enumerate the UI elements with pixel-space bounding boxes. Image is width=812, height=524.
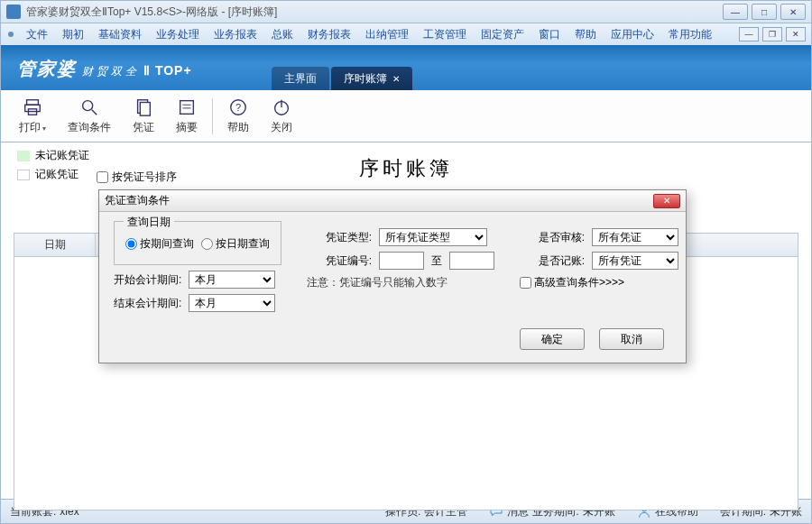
date-fieldset: 查询日期 按期间查询 按日期查询 — [114, 221, 281, 265]
app-icon — [6, 5, 21, 19]
lbl-audit: 是否审核: — [520, 230, 585, 245]
minimize-button[interactable]: — — [723, 4, 748, 20]
titlebar: 管家婆财贸双全ⅡTop+ V15.8<S>-网络版 - [序时账簿] — □ ✕ — [0, 0, 812, 23]
menu-bizreport[interactable]: 业务报表 — [207, 25, 264, 44]
cancel-button[interactable]: 取消 — [599, 328, 664, 350]
menu-common[interactable]: 常用功能 — [661, 25, 719, 44]
tab-ledger[interactable]: 序时账簿✕ — [331, 67, 412, 90]
voucher-no-to[interactable] — [449, 252, 494, 270]
sort-option: 按凭证号排序 — [97, 170, 177, 185]
lbl-posted: 是否记账: — [520, 253, 585, 269]
search-icon — [79, 97, 99, 117]
maximize-button[interactable]: □ — [752, 4, 777, 20]
mdi-close[interactable]: ✕ — [786, 27, 806, 41]
mdi-controls: — ❐ ✕ — [739, 27, 806, 41]
advanced-checkbox[interactable]: 高级查询条件>>>> — [520, 275, 624, 290]
menu-grip-icon — [8, 32, 14, 37]
voucher-no-from[interactable] — [379, 252, 424, 270]
tab-close-icon[interactable]: ✕ — [392, 74, 400, 84]
legend-unposted: 未记账凭证 — [35, 148, 89, 163]
end-period-select[interactable]: 本月 — [189, 294, 275, 312]
dialog-title: 凭证查询条件 — [105, 193, 170, 208]
radio-date[interactable]: 按日期查询 — [201, 236, 270, 252]
summary-button[interactable]: 摘要 — [165, 94, 208, 139]
document-icon — [134, 97, 153, 117]
menu-assets[interactable]: 固定资产 — [474, 25, 531, 44]
power-icon — [272, 97, 291, 117]
col-date[interactable]: 日期 — [14, 234, 96, 256]
document-tabs: 主界面 序时账簿✕ — [272, 67, 414, 90]
posted-select[interactable]: 所有凭证 — [592, 252, 678, 270]
dialog-close-button[interactable]: ✕ — [653, 194, 680, 208]
menu-finreport[interactable]: 财务报表 — [300, 25, 358, 44]
svg-rect-7 — [180, 100, 194, 114]
print-button[interactable]: 打印▾ — [8, 94, 57, 139]
menu-appcenter[interactable]: 应用中心 — [604, 25, 661, 44]
menu-payroll[interactable]: 工资管理 — [416, 25, 474, 44]
brand-bar: 管家婆财贸双全Ⅱ TOP+ 主界面 序时账簿✕ — [0, 45, 812, 90]
lbl-no: 凭证编号: — [307, 253, 372, 269]
toolbar-separator — [212, 98, 213, 134]
svg-rect-1 — [25, 105, 41, 111]
window-title: 管家婆财贸双全ⅡTop+ V15.8<S>-网络版 - [序时账簿] — [26, 5, 719, 20]
svg-text:?: ? — [235, 101, 241, 112]
voucher-type-select[interactable]: 所有凭证类型 — [379, 228, 487, 246]
menubar: 文件 期初 基础资料 业务处理 业务报表 总账 财务报表 出纳管理 工资管理 固… — [0, 23, 812, 45]
help-icon: ? — [228, 97, 248, 117]
voucher-button[interactable]: 凭证 — [122, 94, 165, 139]
menu-cash[interactable]: 出纳管理 — [358, 25, 416, 44]
brand-logo: 管家婆财贸双全Ⅱ TOP+ — [17, 57, 192, 81]
menu-help[interactable]: 帮助 — [567, 25, 604, 44]
legend-posted: 记账凭证 — [35, 167, 78, 182]
tab-main[interactable]: 主界面 — [272, 67, 329, 90]
menu-file[interactable]: 文件 — [19, 25, 55, 44]
svg-rect-0 — [27, 99, 39, 105]
lbl-type: 凭证类型: — [307, 230, 372, 245]
lbl-start: 开始会计期间: — [114, 272, 181, 288]
note-text: 注意：凭证编号只能输入数字 — [307, 275, 448, 290]
menu-window[interactable]: 窗口 — [531, 25, 567, 44]
radio-period[interactable]: 按期间查询 — [125, 236, 194, 252]
help-button[interactable]: ? 帮助 — [217, 94, 260, 139]
lbl-end: 结束会计期间: — [114, 296, 181, 311]
menu-master[interactable]: 基础资料 — [91, 25, 149, 44]
date-legend: 查询日期 — [124, 215, 174, 230]
query-button[interactable]: 查询条件 — [57, 94, 122, 139]
content-area: 未记账凭证 记账凭证 按凭证号排序 序时账簿 日期 凭证查询条件 ✕ 查询日期 … — [0, 142, 812, 499]
close-doc-button[interactable]: 关闭 — [260, 94, 303, 139]
query-dialog: 凭证查询条件 ✕ 查询日期 按期间查询 按日期查询 开始会计期间: 本月 — [98, 189, 687, 363]
mdi-restore[interactable]: ❐ — [762, 27, 782, 41]
toolbar: 打印▾ 查询条件 凭证 摘要 ? 帮助 关闭 — [0, 90, 812, 142]
ok-button[interactable]: 确定 — [520, 328, 585, 350]
svg-rect-6 — [140, 102, 150, 115]
summary-icon — [177, 97, 197, 117]
dialog-titlebar[interactable]: 凭证查询条件 ✕ — [99, 190, 686, 212]
svg-line-4 — [92, 109, 97, 115]
sort-checkbox[interactable] — [97, 171, 108, 183]
svg-point-3 — [83, 100, 93, 110]
lbl-to: 至 — [431, 253, 442, 269]
menu-init[interactable]: 期初 — [55, 25, 91, 44]
print-icon — [23, 97, 42, 117]
audit-select[interactable]: 所有凭证 — [592, 228, 678, 246]
menu-gl[interactable]: 总账 — [264, 25, 300, 44]
legend-color-posted — [17, 170, 30, 180]
mdi-minimize[interactable]: — — [739, 27, 759, 41]
legend: 未记账凭证 记账凭证 — [17, 148, 89, 182]
legend-color-unposted — [17, 151, 30, 161]
close-button[interactable]: ✕ — [780, 4, 806, 20]
start-period-select[interactable]: 本月 — [189, 271, 275, 289]
menu-biz[interactable]: 业务处理 — [149, 25, 207, 44]
